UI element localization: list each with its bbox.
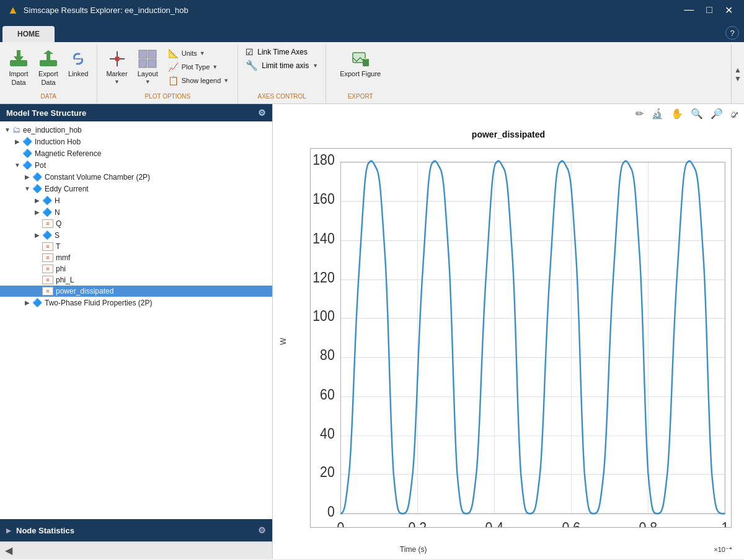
svg-text:120: 120 [312,269,335,286]
tree-expand-pot[interactable]: ▼ [12,162,22,168]
node-stats-gear-icon[interactable]: ⚙ [258,525,266,535]
tree-icon-power-dissipated: ≡ [42,287,53,295]
data-buttons-row: Import Data Export Data Linked [5,47,92,88]
model-tree-gear-icon[interactable]: ⚙ [258,108,266,118]
tree-item-phi-l[interactable]: ≡ phi_L [0,274,272,286]
tree-item-pot[interactable]: ▼ 🔷 Pot [0,159,272,171]
show-legend-button[interactable]: 📋 Show legend ▼ [164,74,233,87]
panel-expand-icon[interactable]: ⤢ [731,109,739,121]
tree-expand-root[interactable]: ▼ [2,126,12,133]
marker-label: Marker [106,70,127,77]
tree-icon-induction-hob: 🔷 [22,137,32,146]
export-data-label: Export [38,70,58,77]
marker-button[interactable]: Marker ▼ [102,47,131,87]
tree-item-h[interactable]: ▶ 🔷 H [0,195,272,206]
tree-expand-h[interactable]: ▶ [32,197,42,204]
link-time-axes-label: Link Time Axes [257,48,308,56]
plot-type-button[interactable]: 📈 Plot Type ▼ [164,61,222,73]
show-legend-icon: 📋 [168,76,179,85]
tree-item-eddy-current[interactable]: ▼ 🔷 Eddy Current [0,183,272,195]
limit-time-axis-label: Limit time axis [262,61,309,70]
marker-chevron: ▼ [114,79,120,85]
svg-text:180: 180 [312,151,335,168]
tree-item-two-phase[interactable]: ▶ 🔷 Two-Phase Fluid Properties (2P) [0,297,272,308]
units-chevron: ▼ [200,50,205,56]
title-bar-left: ▲ Simscape Results Explorer: ee_inductio… [7,4,188,17]
tree-label-root: ee_induction_hob [23,126,82,134]
tree-item-t[interactable]: ≡ T [0,241,272,252]
limit-time-axis-row: 🔧 Limit time axis ▼ [246,59,318,71]
x-scale-note: ×10⁻⁴ [714,546,732,554]
tree-item-constant-volume[interactable]: ▶ 🔷 Constant Volume Chamber (2P) [0,171,272,183]
tree-label-two-phase: Two-Phase Fluid Properties (2P) [45,299,152,307]
plot-tool-pan-icon[interactable]: ✋ [668,107,686,121]
x-axis-label-text: Time (s) [400,545,427,554]
tab-bar: HOME ? [0,20,744,42]
tree-expand-two-phase[interactable]: ▶ [22,299,32,306]
ribbon-scroll-down[interactable]: ▼ [734,74,742,83]
plot-tool-zoom-out-icon[interactable]: 🔎 [708,107,725,121]
ribbon-scroll-controls: ▲ ▼ [731,45,744,103]
import-data-label2: Data [11,79,25,86]
tree-item-induction-hob[interactable]: ▶ 🔷 Induction Hob [0,136,272,147]
right-panel: ✏ 🔬 ✋ 🔍 🔎 ⌂ ⤢ power_dissipated W .grid [273,104,744,559]
tree-label-t: T [56,242,60,251]
axes-control-group-label: AXES CONTROL [246,93,318,101]
tree-expand-n[interactable]: ▶ [32,209,42,216]
tree-item-s[interactable]: ▶ 🔷 S [0,229,272,241]
plot-curve [340,161,725,514]
plot-type-icon: 📈 [168,62,179,72]
tree-expand-induction-hob[interactable]: ▶ [12,138,22,145]
import-data-button[interactable]: Import Data [5,47,32,88]
tree-item-n[interactable]: ▶ 🔷 N [0,206,272,218]
maximize-button[interactable]: □ [702,3,716,17]
plot-options-group-label: PLOT OPTIONS [144,93,190,101]
minimize-button[interactable]: — [680,3,698,17]
tree-expand-eddy-current[interactable]: ▼ [22,185,32,192]
svg-rect-16 [363,59,369,66]
tree-item-root[interactable]: ▼ 🗂 ee_induction_hob [0,124,272,136]
tree-label-power-dissipated: power_dissipated [56,287,113,295]
marker-icon [107,49,127,69]
linked-icon [68,49,88,69]
plot-tool-zoom-in-icon[interactable]: 🔍 [688,107,706,121]
ribbon-scroll-up[interactable]: ▲ [734,66,742,74]
link-time-axes-row: ☑ Link Time Axes [246,47,318,57]
linked-button[interactable]: Linked [64,47,92,79]
import-data-icon [9,49,29,69]
units-label: Units [182,50,197,57]
tree-item-phi[interactable]: ≡ phi [0,263,272,274]
tree-icon-root: 🗂 [12,125,20,134]
export-data-button[interactable]: Export Data [35,47,62,88]
title-bar: ▲ Simscape Results Explorer: ee_inductio… [0,0,744,20]
node-statistics-panel[interactable]: ▶ Node Statistics ⚙ [0,519,272,541]
tree-item-magnetic-reference[interactable]: 🔷 Magnetic Reference [0,147,272,159]
tree-expand-s[interactable]: ▶ [32,232,42,238]
export-figure-button[interactable]: Export Figure [336,47,384,79]
plot-options-small-group: 📐 Units ▼ 📈 Plot Type ▼ 📋 Show legend ▼ [164,47,233,87]
tree-icon-phi-l: ≡ [42,276,53,284]
plot-tool-edit-icon[interactable]: ✏ [633,107,646,121]
tree-icon-q: ≡ [42,219,53,228]
link-time-axes-checkbox[interactable]: ☑ [246,47,254,57]
units-button[interactable]: 📐 Units ▼ [164,47,209,59]
plot-tool-flask-icon[interactable]: 🔬 [649,107,666,121]
tree-item-power-dissipated[interactable]: ≡ power_dissipated [0,286,272,297]
tree-item-q[interactable]: ≡ Q [0,218,272,229]
tab-home[interactable]: HOME [2,26,55,42]
tree-item-mmf[interactable]: ≡ mmf [0,252,272,263]
close-button[interactable]: ✕ [721,3,737,17]
tree-label-constant-volume: Constant Volume Chamber (2P) [45,173,150,182]
y-axis-label: W [279,338,288,344]
tree-label-mmf: mmf [56,253,70,262]
layout-button[interactable]: Layout ▼ [134,47,162,87]
tree-icon-eddy-current: 🔷 [32,184,42,193]
limit-time-axis-chevron: ▼ [312,63,318,69]
help-button[interactable]: ? [725,26,739,40]
svg-rect-12 [148,50,156,58]
node-stats-expand-icon: ▶ [6,527,11,534]
bottom-bar-scroll-left[interactable]: ◀ [5,545,12,556]
tree-expand-constant-volume[interactable]: ▶ [22,173,32,180]
svg-text:0.8: 0.8 [639,519,658,527]
ribbon-export-group: Export Figure EXPORT [326,45,394,103]
